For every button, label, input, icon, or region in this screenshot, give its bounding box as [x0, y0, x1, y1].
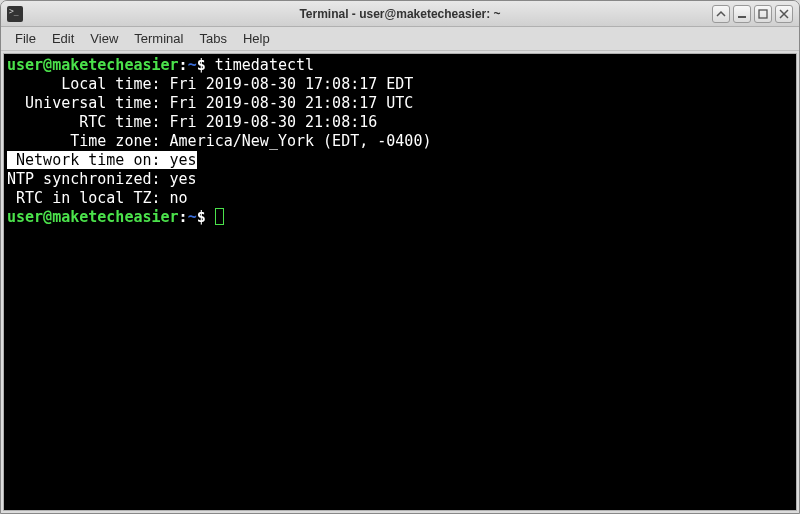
out-utc-value: Fri 2019-08-30 21:08:17 UTC: [161, 94, 414, 112]
prompt-symbol: $: [197, 56, 206, 74]
out-net-label: Network time on:: [7, 151, 161, 169]
prompt-sep: :: [179, 56, 188, 74]
out-rtctz-value: no: [161, 189, 188, 207]
command-1: timedatectl: [206, 56, 314, 74]
terminal-area: user@maketecheasier:~$ timedatectl Local…: [1, 51, 799, 513]
out-tz-value: America/New_York (EDT, -0400): [161, 132, 432, 150]
toggle-up-button[interactable]: [712, 5, 730, 23]
menubar: File Edit View Terminal Tabs Help: [1, 27, 799, 51]
terminal-window: Terminal - user@maketecheasier: ~ File E…: [0, 0, 800, 514]
terminal[interactable]: user@maketecheasier:~$ timedatectl Local…: [3, 53, 797, 511]
out-ntp-label: NTP synchronized:: [7, 170, 161, 188]
out-rtc-label: RTC time:: [7, 113, 161, 131]
svg-rect-1: [759, 10, 767, 18]
close-icon: [779, 9, 789, 19]
menu-help[interactable]: Help: [235, 28, 278, 49]
menu-edit[interactable]: Edit: [44, 28, 82, 49]
close-button[interactable]: [775, 5, 793, 23]
out-local-value: Fri 2019-08-30 17:08:17 EDT: [161, 75, 414, 93]
menu-view[interactable]: View: [82, 28, 126, 49]
out-tz-label: Time zone:: [7, 132, 161, 150]
minimize-icon: [737, 9, 747, 19]
cursor-icon: [215, 208, 224, 225]
out-local-label: Local time:: [7, 75, 161, 93]
svg-rect-0: [738, 16, 746, 18]
window-buttons: [712, 5, 793, 23]
window-title: Terminal - user@maketecheasier: ~: [1, 7, 799, 21]
out-utc-label: Universal time:: [7, 94, 161, 112]
menu-terminal[interactable]: Terminal: [126, 28, 191, 49]
prompt-userhost-2: user@maketecheasier: [7, 208, 179, 226]
maximize-icon: [758, 9, 768, 19]
maximize-button[interactable]: [754, 5, 772, 23]
out-net-value: yes: [161, 151, 197, 169]
out-rtc-value: Fri 2019-08-30 21:08:16: [161, 113, 378, 131]
minimize-button[interactable]: [733, 5, 751, 23]
menu-file[interactable]: File: [7, 28, 44, 49]
out-ntp-value: yes: [161, 170, 197, 188]
prompt-sep-2: :: [179, 208, 188, 226]
titlebar[interactable]: Terminal - user@maketecheasier: ~: [1, 1, 799, 27]
prompt-path-2: ~: [188, 208, 197, 226]
prompt-symbol-2: $: [197, 208, 206, 226]
prompt-path: ~: [188, 56, 197, 74]
out-rtctz-label: RTC in local TZ:: [7, 189, 161, 207]
menu-tabs[interactable]: Tabs: [191, 28, 234, 49]
chevron-up-icon: [716, 9, 726, 19]
prompt-userhost: user@maketecheasier: [7, 56, 179, 74]
terminal-app-icon: [7, 6, 23, 22]
